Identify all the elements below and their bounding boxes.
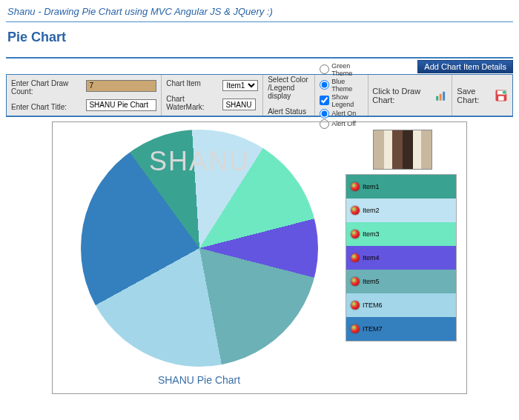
legend-dot-icon: [351, 324, 360, 333]
legend-label: Item4: [363, 254, 380, 261]
chart-title-label: Enter Chart Title:: [11, 103, 77, 111]
legend-item: Item1: [346, 175, 456, 199]
chart-item-label: Chart Item: [166, 79, 214, 87]
pie-caption: SHANU Pie Chart: [60, 374, 338, 386]
legend-dot-icon: [351, 301, 360, 310]
legend-dot-icon: [351, 206, 360, 215]
watermark-input[interactable]: [222, 99, 256, 110]
blue-theme-radio[interactable]: Blue Theme: [320, 78, 363, 93]
legend-dot-icon: [351, 182, 360, 191]
chart-icon[interactable]: [434, 87, 448, 104]
legend-item: Item2: [346, 199, 456, 222]
legend-item: Item5: [346, 270, 456, 293]
show-legend-checkbox[interactable]: Show Legend: [320, 93, 363, 108]
legend-label: Item5: [363, 278, 380, 285]
chart-area: SHANU SHANU Pie Chart Item1Item2Item3Ite…: [52, 121, 467, 394]
divider: [6, 21, 513, 22]
legend-dot-icon: [351, 277, 360, 286]
page-title: Pie Chart: [0, 25, 519, 47]
legend-label: Item2: [363, 207, 380, 214]
green-theme-radio[interactable]: Green Theme: [320, 62, 363, 77]
legend-item: Item4: [346, 246, 456, 270]
click-draw-label: Click to Draw Chart:: [372, 87, 431, 104]
app-title: Shanu - Drawing Pie Chart using MVC Angu…: [0, 0, 519, 21]
select-color-label: Select Color/Legend display: [268, 76, 310, 100]
legend-label: ITEM7: [363, 325, 383, 333]
save-chart-label: Save Chart:: [457, 87, 492, 104]
chart-title-input[interactable]: [86, 99, 156, 111]
legend-item: ITEM7: [346, 317, 456, 341]
avatar: [373, 130, 432, 170]
legend-dot-icon: [351, 230, 360, 239]
svg-point-6: [503, 90, 507, 94]
legend-item: ITEM6: [346, 293, 456, 317]
legend-item: Item3: [346, 222, 456, 246]
legend-label: Item3: [363, 230, 380, 238]
draw-count-input[interactable]: [86, 80, 156, 92]
svg-rect-1: [439, 93, 441, 100]
toolbar: Enter Chart Draw Count: Enter Chart Titl…: [6, 74, 513, 117]
legend-label: ITEM6: [363, 301, 383, 309]
legend-dot-icon: [351, 253, 360, 262]
watermark-label: Chart WaterMark:: [166, 95, 214, 111]
pie-chart: [81, 130, 318, 367]
draw-count-label: Enter Chart Draw Count:: [11, 79, 77, 96]
save-icon[interactable]: [495, 87, 508, 104]
alert-on-radio[interactable]: Alert On: [320, 109, 363, 119]
alert-status-label: Alert Status: [268, 107, 310, 116]
svg-rect-5: [498, 96, 503, 100]
legend: Item1Item2Item3Item4Item5ITEM6ITEM7: [346, 174, 457, 341]
add-chart-item-button[interactable]: Add Chart Item Details: [417, 60, 513, 73]
svg-rect-0: [436, 96, 438, 100]
svg-rect-2: [443, 91, 445, 100]
chart-item-select[interactable]: Item1: [222, 80, 258, 91]
legend-label: Item1: [363, 183, 380, 190]
